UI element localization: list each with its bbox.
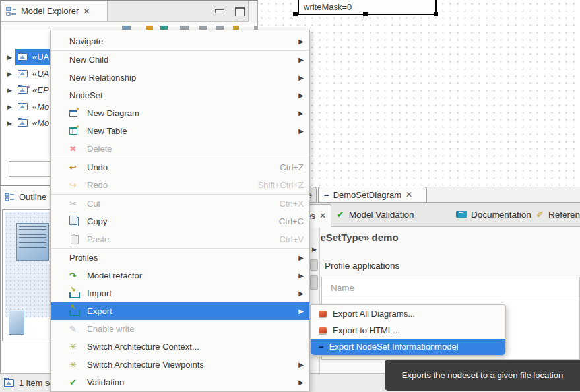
export-icon [69,310,80,316]
close-icon[interactable]: ✕ [406,191,412,199]
validation-icon: ✔ [69,378,77,387]
selection-handle[interactable] [363,12,368,16]
tab-model-validation[interactable]: ✔ Model Validation [337,203,414,226]
submenu-arrow-icon: ▶ [298,38,304,45]
tooltip-text: Exports the nodeset to a given file loca… [402,370,563,380]
tooltip: Exports the nodeset to a given file loca… [385,360,580,391]
tab-model-explorer[interactable]: Model Explorer ✕ [1,1,108,21]
outline-node [9,311,24,335]
menu-item-enable-write[interactable]: ✎Enable write [51,320,309,338]
maximize-icon[interactable] [235,7,245,16]
book-icon [456,211,467,218]
validation-check-icon: ✔ [337,209,344,220]
copy-icon [71,217,79,226]
submenu-item-export-all-diagrams[interactable]: Export All Diagrams... [311,306,505,322]
statusbar-folder-icon [4,379,14,387]
menu-item-switch-architecture-viewpoints[interactable]: ✳Switch Architecture Viewpoints▶ [51,356,309,374]
menu-item-export[interactable]: Export▶ [51,302,309,320]
paste-icon [71,235,79,244]
expander-icon[interactable]: ▶ [7,104,15,110]
menu-item-nodeset[interactable]: NodeSet▶ [51,86,309,104]
shortcut-label: Ctrl+V [280,234,304,244]
switch-viewpoints-icon: ✳ [69,360,77,369]
rail-expander-icon[interactable]: ▶ [312,246,317,253]
expander-icon[interactable]: ▶ [7,120,15,127]
model-explorer-titlebar: Model Explorer ✕ [1,1,257,22]
profile-badge-icon: ✳ [26,84,31,90]
menu-item-paste[interactable]: PasteCtrl+V [51,230,309,248]
menu-item-new-relationship[interactable]: New Relationship▶ [51,69,309,86]
minimize-icon[interactable] [215,9,224,13]
expander-icon[interactable]: ▶ [7,54,15,61]
menu-item-delete[interactable]: ✖Delete [51,140,309,158]
selection-handle[interactable] [293,12,298,16]
menu-item-copy[interactable]: CopyCtrl+C [51,212,309,230]
menu-item-new-child[interactable]: New Child▶ [51,51,309,69]
rail-button[interactable] [310,275,318,290]
submenu-arrow-icon: ▶ [298,379,304,386]
redo-icon: ↪ [69,181,77,189]
editor-tab-label: DemoSetDiagram [333,190,401,200]
tab-label: Model Validation [349,210,414,220]
export-submenu: Export All Diagrams... Export to HTML...… [310,304,506,356]
pencil-icon: ✎ [69,325,77,333]
menu-item-validation[interactable]: ✔Validation▶ [51,374,309,391]
submenu-arrow-icon: ▶ [298,272,304,279]
tree-item-label: «Mo [32,118,49,128]
shortcut-label: Shift+Ctrl+Z [258,180,304,190]
menu-item-redo[interactable]: ↪RedoShift+Ctrl+Z [51,176,309,194]
table-header-name[interactable]: Name [322,277,579,300]
close-icon[interactable]: ✕ [319,212,326,220]
submenu-arrow-icon: ▶ [298,361,304,368]
close-icon[interactable]: ✕ [83,7,90,15]
refactor-icon: ↷ [69,271,77,280]
nodeset-model-icon: -- [319,343,323,351]
menu-item-switch-architecture-context[interactable]: ✳Switch Architecture Context... [51,338,309,356]
switch-context-icon: ✳ [69,343,77,351]
outline-icon [5,193,15,201]
menu-item-cut[interactable]: ✂CutCtrl+X [51,195,309,212]
submenu-item-export-to-html[interactable]: Export to HTML... [311,322,505,339]
package-folder-icon [18,70,28,77]
tab-documentation[interactable]: Documentation [456,203,531,226]
tab-references[interactable]: ✐ References [536,203,580,226]
tab-label: References [548,210,580,220]
expander-icon[interactable]: ▶ [7,87,15,94]
import-icon [69,292,80,298]
tree-item-label: «EP [32,85,49,95]
submenu-arrow-icon: ▶ [298,56,304,63]
menu-item-model-refactor[interactable]: ↷Model refactor▶ [51,267,309,284]
side-strip [248,1,258,22]
application-window: Model Explorer ✕ ▶ «UA ▶ «UA ▶ ✳ [0,0,580,392]
submenu-arrow-icon: ▶ [298,290,304,297]
tree-item-label: «UA [32,52,49,62]
tab-label: Documentation [471,210,531,220]
tree-item-label: «Mo [32,102,49,112]
menu-item-profiles[interactable]: Profiles▶ [51,249,309,267]
references-icon: ✐ [536,210,544,220]
undo-icon: ↩ [69,163,77,172]
rail-button[interactable] [310,259,318,271]
menu-item-navigate[interactable]: Navigate▶ [51,32,309,50]
menu-item-new-diagram[interactable]: New Diagram▶ [51,104,309,122]
new-table-icon [69,127,77,135]
package-folder-icon [18,53,28,61]
selection-handle[interactable] [434,12,438,16]
shortcut-label: Ctrl+C [279,216,304,226]
outline-title: Outline [19,192,46,202]
submenu-arrow-icon: ▶ [298,74,304,81]
new-diagram-icon [69,110,77,117]
menu-item-undo[interactable]: ↩UndoCtrl+Z [51,158,309,176]
menu-item-import[interactable]: Import▶ [51,284,309,302]
package-folder-icon [18,119,28,127]
outline-node [16,223,49,261]
submenu-item-export-nodeset-informationmodel[interactable]: --Export NodeSet Informationmodel [311,339,505,355]
menu-item-new-table[interactable]: New Table▶ [51,122,309,140]
submenu-arrow-icon: ▶ [298,308,304,315]
shortcut-label: Ctrl+X [280,199,304,209]
section-title: Profile applications [325,261,399,271]
editor-tab-demosetdiagram[interactable]: -- DemoSetDiagram ✕ [318,187,427,202]
submenu-arrow-icon: ▶ [298,110,304,117]
expander-icon[interactable]: ▶ [7,71,15,77]
shortcut-label: Ctrl+Z [280,162,304,172]
